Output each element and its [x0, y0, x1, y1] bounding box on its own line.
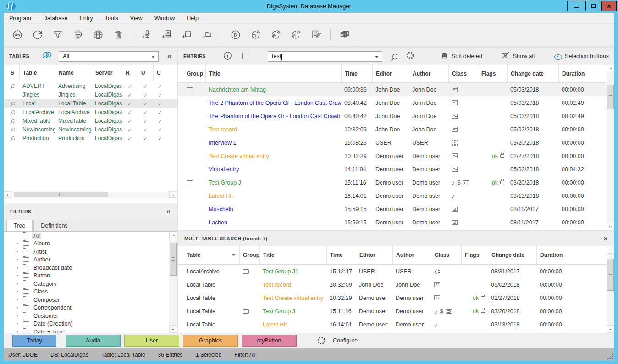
search-settings-icon[interactable]: [406, 51, 415, 62]
add-audio-icon[interactable]: [140, 29, 153, 41]
filter-tree-item[interactable]: Date (Creation): [4, 320, 177, 328]
entries-search-input[interactable]: test: [268, 51, 382, 62]
quick-button-graphics[interactable]: Graphics: [183, 335, 238, 347]
quick-button-mybutton[interactable]: myButton: [242, 335, 297, 347]
tables-filter-select[interactable]: All: [59, 51, 159, 62]
column-header-class[interactable]: Class: [431, 246, 461, 264]
key-icon[interactable]: [11, 29, 23, 41]
entry-row[interactable]: The 2 Phantom of the Opera Or - London C…: [178, 96, 614, 109]
expander-icon[interactable]: [17, 274, 23, 277]
column-header-editor[interactable]: Editor: [356, 246, 392, 264]
info-icon[interactable]: [223, 51, 232, 62]
soft-deleted-label[interactable]: Soft deleted: [452, 53, 482, 60]
expander-icon[interactable]: [17, 266, 23, 269]
column-header-table[interactable]: Table: [19, 65, 55, 81]
scroll-down-icon[interactable]: ›: [607, 325, 614, 333]
menu-item-program[interactable]: Program: [9, 15, 31, 22]
column-header-change-date[interactable]: Change date: [507, 65, 558, 82]
entry-row[interactable]: Test Create virtual entry10:32:29Demo us…: [178, 149, 614, 163]
menu-item-database[interactable]: Database: [43, 15, 68, 22]
column-header-flags[interactable]: Flags: [461, 246, 488, 264]
scroll-up-icon[interactable]: ›: [169, 232, 177, 239]
column-header-r[interactable]: R: [122, 65, 138, 81]
column-header-table[interactable]: Table: [183, 246, 239, 264]
entry-row[interactable]: Latest Hit16:14:01Demo userDemo user03/1…: [178, 189, 614, 202]
delete-icon[interactable]: [112, 29, 124, 41]
add-marker-icon[interactable]: [181, 29, 193, 41]
expander-icon[interactable]: [17, 242, 23, 245]
scrollbar-thumb[interactable]: [14, 192, 108, 197]
multi-search-row[interactable]: LocalArchiveTest Group J115:12:17USERUSE…: [178, 265, 614, 278]
filter-icon[interactable]: [51, 29, 64, 41]
expander-icon[interactable]: [17, 299, 23, 301]
multi-search-scrollbar[interactable]: › ›: [607, 246, 614, 333]
multi-search-row[interactable]: Local TableTest record10:32:09John DoeJo…: [178, 278, 614, 291]
multi-search-row[interactable]: Local TableLatest Hit16:14:01Demo userDe…: [178, 318, 614, 331]
soft-deleted-icon[interactable]: [441, 52, 448, 61]
filter-tree-item[interactable]: All: [4, 232, 177, 240]
column-header-group[interactable]: Group: [183, 65, 205, 82]
quick-button-user[interactable]: User: [124, 335, 179, 347]
filter-tree-item[interactable]: Composer: [4, 296, 177, 304]
expander-icon[interactable]: [17, 258, 23, 261]
column-header-title[interactable]: Title: [205, 65, 341, 82]
maximize-button[interactable]: [585, 1, 601, 11]
table-row[interactable]: ProductionProductionLocalDigas: [4, 134, 177, 142]
multi-table-icon[interactable]: [338, 29, 351, 41]
column-header-time[interactable]: Time: [341, 65, 372, 82]
filter-tree-item[interactable]: Class: [4, 288, 177, 296]
table-row[interactable]: LocalLocal TableLocalDigas: [4, 99, 177, 108]
expander-icon[interactable]: [17, 290, 23, 293]
entry-row[interactable]: Muscheln15:59:15Demo userDemo user08/11/…: [178, 202, 614, 216]
column-header-flags[interactable]: Flags: [478, 65, 507, 82]
scroll-down-icon[interactable]: ›: [607, 223, 614, 230]
column-header-time[interactable]: Time: [326, 246, 356, 264]
menu-item-help[interactable]: Help: [187, 15, 199, 22]
multi-search-row[interactable]: Local TableTest Group J15:11:16Demo user…: [178, 304, 614, 318]
tree-scrollbar[interactable]: › ›: [169, 232, 177, 333]
menu-item-tools[interactable]: Tools: [105, 15, 118, 22]
selection-buttons-label[interactable]: Selection buttons: [565, 53, 609, 60]
column-header-group[interactable]: Group: [239, 246, 259, 264]
globe-icon[interactable]: [92, 29, 104, 41]
menu-item-view[interactable]: View: [130, 15, 143, 22]
expander-icon[interactable]: [17, 250, 23, 253]
entry-row[interactable]: Test Group J15:11:16Demo userDemo userok…: [178, 176, 614, 189]
tables-horizontal-scrollbar[interactable]: ‹ ›: [4, 191, 177, 198]
show-all-icon[interactable]: [502, 52, 510, 61]
multi-search-row[interactable]: Local TableTest Create virtual entry10:3…: [178, 291, 614, 304]
expander-icon[interactable]: [17, 322, 23, 325]
entry-row[interactable]: The Phantom of the Opera Or - London Cas…: [178, 109, 614, 123]
table-row[interactable]: JinglesJinglesLocalDigas: [4, 90, 177, 99]
column-header-u[interactable]: U: [138, 65, 153, 81]
quick-button-today[interactable]: Today: [12, 335, 56, 347]
close-panel-icon[interactable]: ×: [603, 235, 608, 243]
configure-button[interactable]: Configure: [317, 336, 358, 345]
column-header-c[interactable]: C: [153, 65, 167, 81]
expander-icon[interactable]: [17, 315, 23, 317]
column-header-duration[interactable]: Duration: [558, 65, 595, 82]
scroll-down-icon[interactable]: ›: [169, 325, 177, 333]
entry-row[interactable]: Virtual entry14:11:04Demo userDemo user0…: [178, 163, 614, 176]
column-header-author[interactable]: Author: [409, 65, 448, 82]
broadcast-m-icon[interactable]: m: [249, 29, 262, 41]
multi-search-icon[interactable]: [40, 51, 54, 62]
entry-row[interactable]: Nachrichten am Mittag09:00:36John DoeJoh…: [178, 83, 614, 96]
add-group-icon[interactable]: [201, 29, 213, 41]
filter-tree-item[interactable]: Album: [4, 240, 177, 248]
filter-tree-item[interactable]: Customer: [4, 312, 177, 320]
eye-icon[interactable]: [554, 53, 562, 60]
menu-item-entry[interactable]: Entry: [79, 15, 93, 22]
search-icon[interactable]: [392, 54, 397, 59]
close-button[interactable]: ×: [601, 1, 617, 11]
table-row[interactable]: LocalArchiveLocalArchiveLocalDigas: [4, 108, 177, 116]
minimize-button[interactable]: [567, 1, 585, 11]
refresh-icon[interactable]: [31, 29, 44, 41]
column-header-change-date[interactable]: Change date: [488, 246, 536, 264]
column-header-name[interactable]: Name: [55, 65, 92, 81]
entry-row[interactable]: Lachen15:59:15Demo userDemo user08/11/20…: [178, 216, 614, 229]
filter-tree-item[interactable]: Artist: [4, 248, 177, 256]
resize-grip[interactable]: [608, 354, 613, 359]
broadcast-e-icon[interactable]: e: [270, 29, 282, 41]
expander-icon[interactable]: [17, 306, 23, 309]
